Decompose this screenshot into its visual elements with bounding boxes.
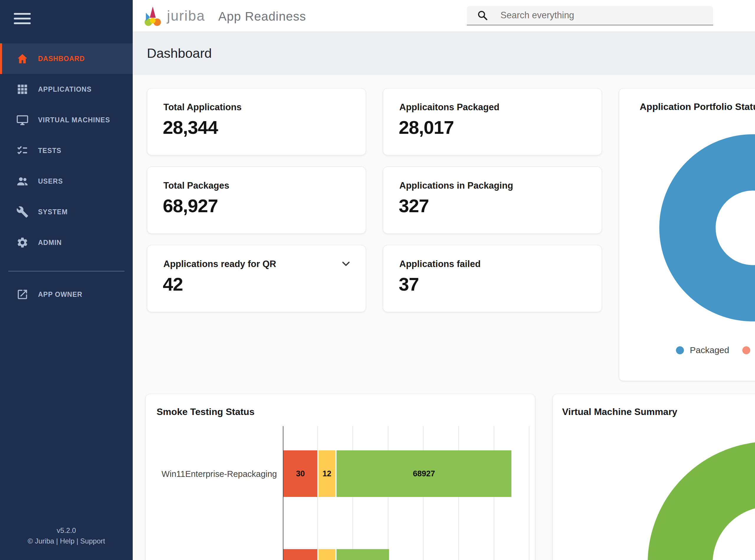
category-label: Win11Enterprise-Repackaging bbox=[149, 465, 277, 483]
stat-card-applications-failed: Applications failed 37 bbox=[383, 245, 602, 312]
copyright-help-support[interactable]: © Juriba | Help | Support bbox=[0, 536, 133, 546]
sidebar-item-label: ADMIN bbox=[38, 239, 62, 247]
app-readiness-dashboard: DASHBOARD APPLICATIONS VIRTUAL MACHINES bbox=[0, 0, 755, 560]
sidebar-item-app-owner[interactable]: APP OWNER bbox=[0, 279, 133, 310]
hamburger-menu-icon[interactable] bbox=[14, 13, 31, 24]
home-icon bbox=[16, 53, 28, 65]
gear-icon bbox=[16, 236, 28, 249]
stat-label: Applications failed bbox=[399, 259, 481, 269]
stat-label: Applications ready for QR bbox=[163, 259, 276, 269]
sidebar-item-users[interactable]: USERS bbox=[0, 166, 133, 197]
chevron-down-icon[interactable] bbox=[340, 258, 352, 270]
portfolio-legend: Packaged N bbox=[676, 345, 755, 355]
checklist-icon bbox=[16, 144, 28, 157]
bar-segment-yellow[interactable] bbox=[318, 549, 335, 560]
vm-donut-chart bbox=[637, 431, 755, 560]
stat-value: 68,927 bbox=[163, 195, 218, 216]
sidebar-item-dashboard[interactable]: DASHBOARD bbox=[0, 43, 133, 74]
legend-item-packaged[interactable]: Packaged bbox=[676, 345, 729, 355]
page-title-band: Dashboard bbox=[133, 31, 755, 75]
stat-value: 327 bbox=[399, 195, 429, 216]
juriba-logo-icon bbox=[143, 3, 163, 29]
stat-card-applications-in-packaging: Applications in Packaging 327 bbox=[383, 166, 602, 234]
product-name: App Readiness bbox=[218, 9, 306, 24]
bar-segment-red[interactable] bbox=[284, 549, 317, 560]
stat-value: 37 bbox=[399, 274, 419, 295]
bar-segment-value: 12 bbox=[322, 469, 331, 478]
card-title: Application Portfolio Status bbox=[640, 101, 755, 112]
sidebar-item-tests[interactable]: TESTS bbox=[0, 135, 133, 166]
open-in-new-icon bbox=[16, 288, 28, 301]
legend-label: Packaged bbox=[690, 345, 729, 355]
bar-segment-yellow[interactable]: 12 bbox=[318, 451, 335, 497]
sidebar-item-admin[interactable]: ADMIN bbox=[0, 227, 133, 258]
bar-segment-red[interactable]: 30 bbox=[284, 451, 317, 497]
sidebar-item-system[interactable]: SYSTEM bbox=[0, 197, 133, 227]
sidebar: DASHBOARD APPLICATIONS VIRTUAL MACHINES bbox=[0, 0, 133, 560]
search-icon bbox=[477, 10, 488, 21]
stat-value: 28,344 bbox=[163, 117, 218, 138]
brand-wordmark: juriba bbox=[167, 8, 205, 24]
sidebar-divider bbox=[8, 271, 124, 272]
stat-card-total-applications: Total Applications 28,344 bbox=[147, 88, 366, 155]
stat-card-applications-packaged: Applicaitons Packaged 28,017 bbox=[383, 88, 602, 155]
stat-label: Total Packages bbox=[163, 180, 229, 191]
stat-label: Applications in Packaging bbox=[399, 180, 513, 191]
dashboard-content: Total Applications 28,344 Applicaitons P… bbox=[133, 75, 755, 560]
gridline bbox=[317, 426, 318, 560]
legend-dot-salmon bbox=[742, 346, 750, 354]
smoke-testing-status-card: Smoke Testing Status Win11Enterprise-Rep… bbox=[146, 394, 535, 560]
sidebar-item-applications[interactable]: APPLICATIONS bbox=[0, 74, 133, 105]
card-title: Smoke Testing Status bbox=[157, 406, 254, 417]
search-input[interactable] bbox=[500, 10, 690, 21]
stat-card-total-packages: Total Packages 68,927 bbox=[147, 166, 366, 234]
stat-label: Applicaitons Packaged bbox=[399, 102, 499, 113]
page-title: Dashboard bbox=[147, 46, 212, 61]
gridline bbox=[529, 426, 529, 560]
global-search bbox=[467, 6, 713, 25]
legend-dot-blue bbox=[676, 346, 684, 354]
wrench-icon bbox=[16, 206, 28, 218]
sidebar-item-label: USERS bbox=[38, 177, 63, 185]
sidebar-item-label: APPLICATIONS bbox=[38, 85, 92, 94]
sidebar-item-label: SYSTEM bbox=[38, 208, 68, 216]
sidebar-item-label: DASHBOARD bbox=[38, 55, 85, 63]
bar-segment-green[interactable]: 68927 bbox=[336, 451, 511, 497]
virtual-machine-summary-card: Virtual Machine Summary bbox=[553, 394, 755, 560]
sidebar-item-label: APP OWNER bbox=[38, 291, 82, 299]
bar-segment-value: 30 bbox=[296, 469, 305, 478]
monitor-icon bbox=[16, 114, 28, 126]
sidebar-item-label: TESTS bbox=[38, 147, 61, 155]
app-version: v5.2.0 bbox=[0, 525, 133, 536]
stat-value: 28,017 bbox=[399, 117, 454, 138]
sidebar-secondary-nav: APP OWNER bbox=[0, 279, 133, 310]
sidebar-footer: v5.2.0 © Juriba | Help | Support bbox=[0, 525, 133, 546]
stat-value: 42 bbox=[163, 274, 183, 295]
stat-label: Total Applications bbox=[163, 102, 241, 113]
sidebar-item-virtual-machines[interactable]: VIRTUAL MACHINES bbox=[0, 105, 133, 135]
bar-segment-value: 68927 bbox=[413, 469, 435, 478]
sidebar-nav: DASHBOARD APPLICATIONS VIRTUAL MACHINES bbox=[0, 43, 133, 258]
bar-segment-green[interactable] bbox=[336, 549, 389, 560]
top-header: juriba App Readiness bbox=[133, 0, 755, 31]
apps-grid-icon bbox=[16, 83, 28, 96]
application-portfolio-status-card: Application Portfolio Status Packaged N bbox=[619, 88, 755, 381]
sidebar-item-label: VIRTUAL MACHINES bbox=[38, 116, 110, 124]
stat-card-applications-ready-for-qr: Applications ready for QR 42 bbox=[147, 245, 366, 312]
card-title: Virtual Machine Summary bbox=[562, 406, 677, 417]
legend-item-not-packaged[interactable]: N bbox=[742, 345, 755, 355]
portfolio-donut-chart bbox=[650, 125, 755, 331]
people-icon bbox=[16, 175, 28, 187]
